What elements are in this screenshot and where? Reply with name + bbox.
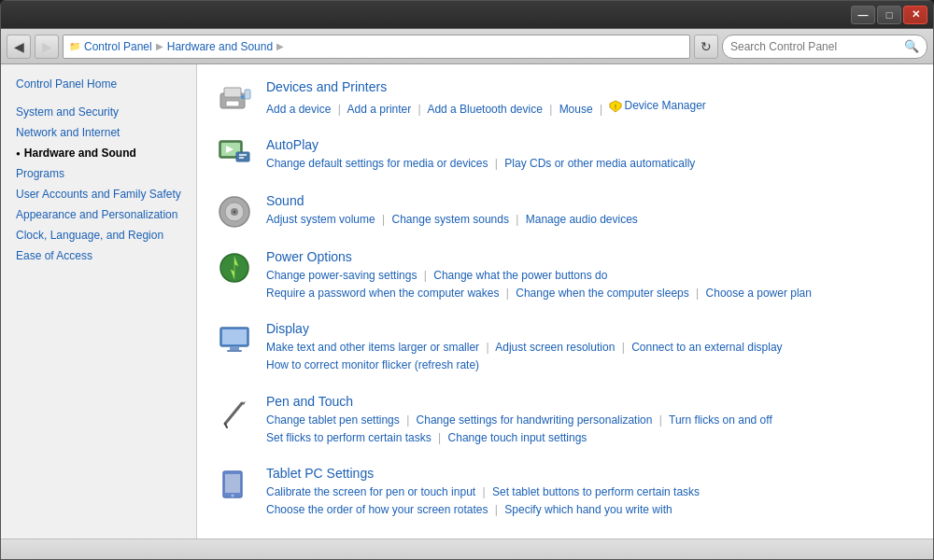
- breadcrumb-sep-2: ▶: [276, 41, 284, 51]
- choose-power-plan-link[interactable]: Choose a power plan: [706, 287, 812, 300]
- sidebar-item-programs[interactable]: Programs: [1, 163, 196, 184]
- change-sounds-link[interactable]: Change system sounds: [392, 213, 509, 226]
- svg-text:!: !: [615, 104, 616, 110]
- device-manager-link[interactable]: Device Manager: [624, 97, 705, 115]
- section-sound: Sound Adjust system volume | Change syst…: [216, 193, 914, 231]
- content-pane: Devices and Printers Add a device | Add …: [197, 64, 933, 539]
- sep: |: [622, 341, 625, 354]
- display-icon: [216, 321, 253, 358]
- adjust-resolution-link[interactable]: Adjust screen resolution: [495, 341, 615, 354]
- svg-line-22: [225, 403, 242, 424]
- tablet-pen-settings-link[interactable]: Change tablet pen settings: [266, 413, 400, 427]
- breadcrumb: 📁 Control Panel ▶ Hardware and Sound ▶: [63, 35, 690, 59]
- play-cds-link[interactable]: Play CDs or other media automatically: [504, 157, 695, 170]
- devices-printers-icon: [216, 79, 253, 117]
- sep: |: [382, 213, 385, 226]
- sound-title[interactable]: Sound: [266, 193, 304, 208]
- sidebar-item-system-security[interactable]: System and Security: [1, 102, 196, 122]
- refresh-button[interactable]: ↻: [694, 35, 718, 59]
- main-area: Control Panel Home System and Security N…: [1, 64, 933, 539]
- search-input[interactable]: [730, 40, 900, 53]
- change-default-settings-link[interactable]: Change default settings for media or dev…: [266, 157, 488, 170]
- pen-touch-icon: [216, 394, 253, 431]
- close-button[interactable]: ✕: [903, 6, 927, 24]
- section-tablet-pc: Tablet PC Settings Calibrate the screen …: [216, 466, 914, 519]
- sep: |: [424, 269, 427, 282]
- sep: |: [516, 213, 518, 226]
- sep: |: [659, 413, 662, 427]
- sound-icon: [216, 193, 253, 231]
- back-button[interactable]: ◀: [7, 35, 31, 59]
- breadcrumb-hardware-sound[interactable]: Hardware and Sound: [167, 40, 273, 53]
- calibrate-screen-link[interactable]: Calibrate the screen for pen or touch in…: [266, 485, 475, 498]
- add-bluetooth-link[interactable]: Add a Bluetooth device: [427, 103, 542, 116]
- mouse-link[interactable]: Mouse: [559, 103, 593, 116]
- pen-touch-title[interactable]: Pen and Touch: [266, 394, 353, 409]
- sidebar-item-clock-language[interactable]: Clock, Language, and Region: [1, 225, 196, 245]
- svg-point-16: [234, 210, 236, 213]
- specify-hand-link[interactable]: Specify which hand you write with: [504, 503, 672, 516]
- svg-rect-20: [230, 346, 239, 350]
- manage-audio-link[interactable]: Manage audio devices: [526, 213, 638, 226]
- svg-line-24: [225, 424, 227, 427]
- svg-point-27: [232, 494, 234, 497]
- sidebar: Control Panel Home System and Security N…: [1, 64, 197, 539]
- turn-flicks-link[interactable]: Turn flicks on and off: [669, 413, 772, 427]
- adjust-volume-link[interactable]: Adjust system volume: [266, 213, 375, 226]
- sound-body: Sound Adjust system volume | Change syst…: [266, 193, 914, 229]
- section-power-options: Power Options Change power-saving settin…: [216, 249, 914, 302]
- devices-printers-title[interactable]: Devices and Printers: [266, 79, 387, 94]
- tablet-pc-icon: [216, 466, 253, 503]
- pen-touch-links: Change tablet pen settings | Change sett…: [266, 412, 914, 447]
- display-body: Display Make text and other items larger…: [266, 321, 914, 374]
- autoplay-icon: [216, 137, 253, 175]
- sidebar-item-ease-access[interactable]: Ease of Access: [1, 245, 196, 266]
- change-power-saving-link[interactable]: Change power-saving settings: [266, 269, 417, 282]
- change-touch-input-link[interactable]: Change touch input settings: [448, 431, 587, 444]
- minimize-button[interactable]: —: [851, 6, 875, 24]
- svg-point-3: [241, 95, 245, 99]
- correct-monitor-flicker-link[interactable]: How to correct monitor flicker (refresh …: [266, 358, 479, 371]
- change-when-sleeps-link[interactable]: Change when the computer sleeps: [516, 287, 688, 300]
- sep: |: [406, 413, 409, 427]
- sidebar-item-network-internet[interactable]: Network and Internet: [1, 122, 196, 143]
- display-links: Make text and other items larger or smal…: [266, 339, 914, 374]
- sep: |: [600, 103, 602, 116]
- title-bar: — □ ✕: [1, 1, 933, 29]
- sep: |: [696, 287, 699, 300]
- sep: |: [418, 103, 421, 116]
- power-options-title[interactable]: Power Options: [266, 249, 352, 264]
- sep: |: [438, 431, 441, 444]
- search-bar[interactable]: 🔍: [722, 35, 927, 59]
- display-title[interactable]: Display: [266, 321, 309, 336]
- change-power-buttons-link[interactable]: Change what the power buttons do: [433, 269, 607, 282]
- require-password-link[interactable]: Require a password when the computer wak…: [266, 287, 499, 300]
- connect-external-display-link[interactable]: Connect to an external display: [631, 341, 782, 354]
- add-printer-link[interactable]: Add a printer: [347, 103, 412, 116]
- breadcrumb-control-panel[interactable]: Control Panel: [84, 40, 152, 53]
- tablet-pc-title[interactable]: Tablet PC Settings: [266, 466, 374, 481]
- sidebar-item-user-accounts[interactable]: User Accounts and Family Safety: [1, 184, 196, 204]
- maximize-button[interactable]: □: [877, 6, 901, 24]
- titlebar-buttons: — □ ✕: [851, 6, 927, 24]
- make-text-larger-link[interactable]: Make text and other items larger or smal…: [266, 341, 479, 354]
- tablet-pc-links: Calibrate the screen for pen or touch in…: [266, 483, 914, 519]
- power-icon: [216, 249, 253, 287]
- set-tablet-buttons-link[interactable]: Set tablet buttons to perform certain ta…: [492, 485, 700, 498]
- shield-icon: !: [609, 100, 622, 113]
- handwriting-personalization-link[interactable]: Change settings for handwriting personal…: [417, 413, 653, 427]
- autoplay-title[interactable]: AutoPlay: [266, 137, 318, 152]
- sep: |: [338, 103, 341, 116]
- devices-printers-links: Add a device | Add a printer | Add a Blu…: [266, 97, 914, 119]
- add-device-link[interactable]: Add a device: [266, 103, 331, 116]
- devices-printers-body: Devices and Printers Add a device | Add …: [266, 79, 914, 119]
- screen-rotates-link[interactable]: Choose the order of how your screen rota…: [266, 503, 488, 516]
- power-options-body: Power Options Change power-saving settin…: [266, 249, 914, 302]
- autoplay-links: Change default settings for media or dev…: [266, 155, 914, 173]
- status-bar: [1, 539, 933, 559]
- sidebar-item-hardware-sound[interactable]: Hardware and Sound: [1, 143, 196, 163]
- sidebar-item-control-panel-home[interactable]: Control Panel Home: [1, 74, 196, 94]
- forward-button[interactable]: ▶: [35, 35, 59, 59]
- sidebar-item-appearance[interactable]: Appearance and Personalization: [1, 204, 196, 225]
- set-flicks-link[interactable]: Set flicks to perform certain tasks: [266, 431, 432, 444]
